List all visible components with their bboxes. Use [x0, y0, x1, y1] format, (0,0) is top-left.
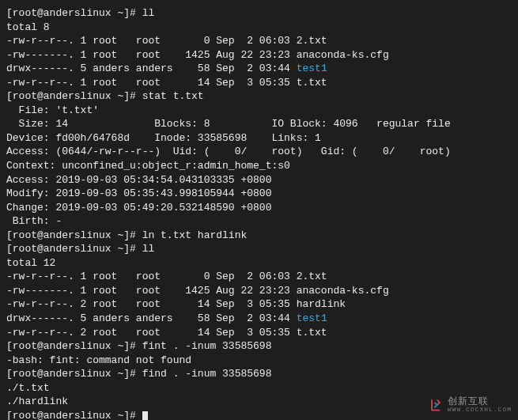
stat-output: Birth: - — [6, 214, 512, 229]
file-entry: -rw-------. 1 root root 1425 Aug 22 23:2… — [6, 284, 512, 298]
stat-output: Device: fd00h/64768d Inode: 33585698 Lin… — [6, 131, 512, 146]
terminal-output: [root@anderslinux ~]# ll total 8 -rw-r--… — [6, 6, 512, 420]
error-line: -bash: fint: command not found — [6, 354, 512, 368]
watermark-logo-icon — [427, 396, 444, 414]
prompt-line: [root@anderslinux ~]# stat t.txt — [6, 89, 512, 104]
watermark-domain: WWW.CDCXHL.COM — [448, 407, 512, 413]
stat-output: Modify: 2019-09-03 05:35:43.998105944 +0… — [6, 187, 512, 201]
stat-output: Context: unconfined_u:object_r:admin_hom… — [6, 159, 512, 173]
file-entry: -rw-------. 1 root root 1425 Aug 22 23:2… — [6, 48, 512, 62]
stat-output: Size: 14 Blocks: 8 IO Block: 4096 regula… — [6, 117, 512, 131]
prompt-text: [root@anderslinux ~]# — [6, 410, 142, 420]
directory-name: test1 — [297, 62, 327, 74]
file-perms: drwx------. 5 anders anders 58 Sep 2 03:… — [6, 312, 297, 324]
file-entry: -rw-r--r--. 1 root root 0 Sep 2 06:03 2.… — [6, 34, 512, 48]
file-entry: -rw-r--r--. 1 root root 0 Sep 2 06:03 2.… — [6, 270, 512, 284]
prompt-line: [root@anderslinux ~]# fint . -inum 33585… — [6, 339, 512, 354]
file-entry: drwx------. 5 anders anders 58 Sep 2 03:… — [6, 62, 512, 76]
stat-output: Change: 2019-09-03 05:49:20.532148590 +0… — [6, 201, 512, 215]
watermark-text: 创新互联 WWW.CDCXHL.COM — [448, 397, 512, 413]
prompt-line: [root@anderslinux ~]# ll — [6, 242, 512, 256]
file-perms: drwx------. 5 anders anders 58 Sep 2 03:… — [6, 62, 297, 74]
output-line: total 8 — [6, 21, 512, 35]
output-line: total 12 — [6, 256, 512, 271]
stat-output: Access: (0644/-rw-r--r--) Uid: ( 0/ root… — [6, 145, 512, 159]
file-entry: -rw-r--r--. 1 root root 14 Sep 3 05:35 t… — [6, 76, 512, 90]
stat-output: File: 't.txt' — [6, 104, 512, 118]
file-entry: drwx------. 5 anders anders 58 Sep 2 03:… — [6, 312, 512, 326]
prompt-line: [root@anderslinux ~]# ll — [6, 6, 512, 21]
stat-output: Access: 2019-09-03 05:34:54.043103335 +0… — [6, 173, 512, 187]
cursor-icon — [142, 411, 148, 420]
file-entry: -rw-r--r--. 2 root root 14 Sep 3 05:35 h… — [6, 297, 512, 312]
prompt-line: [root@anderslinux ~]# find . -inum 33585… — [6, 367, 512, 381]
directory-name: test1 — [297, 312, 327, 324]
watermark: 创新互联 WWW.CDCXHL.COM — [427, 396, 512, 414]
file-entry: -rw-r--r--. 2 root root 14 Sep 3 05:35 t… — [6, 326, 512, 340]
output-line: ./t.txt — [6, 381, 512, 395]
prompt-line: [root@anderslinux ~]# ln t.txt hardlink — [6, 229, 512, 243]
